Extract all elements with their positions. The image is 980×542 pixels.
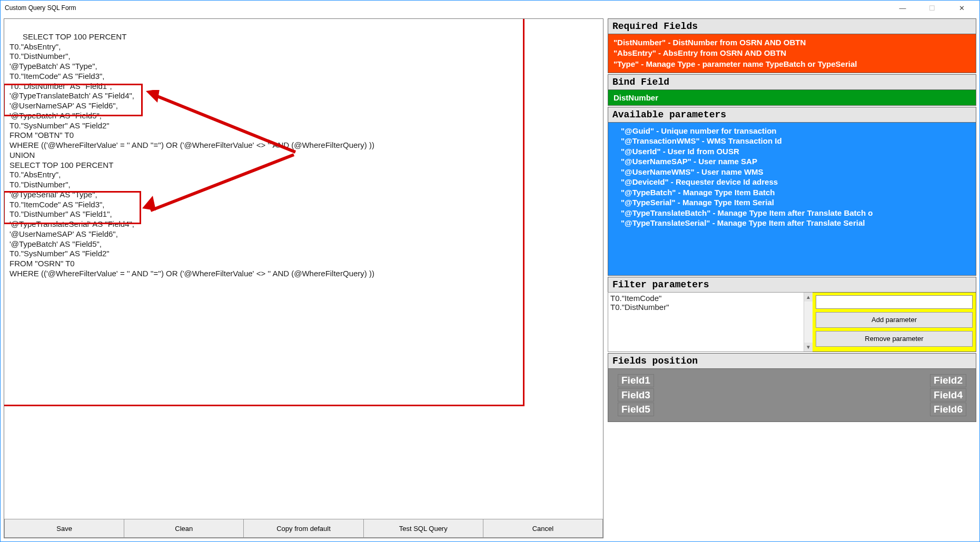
field-position-cell[interactable]: Field3 xyxy=(618,388,654,402)
param-item: "@UserId" - User Id from OUSR xyxy=(621,146,971,157)
new-parameter-input[interactable] xyxy=(816,295,973,309)
add-parameter-button[interactable]: Add parameter xyxy=(816,312,973,328)
copy-from-default-button[interactable]: Copy from default xyxy=(243,519,363,538)
param-item: "@TransactionWMS" - WMS Transaction Id xyxy=(621,136,971,146)
bind-field-header: Bind Field xyxy=(608,75,976,90)
window-titlebar: Custom Query SQL Form — ☐ ✕ xyxy=(1,1,979,15)
required-line: "DistNumber" - DistNumber from OSRN AND … xyxy=(613,37,971,48)
filter-scrollbar[interactable]: ▲ ▼ xyxy=(804,293,813,352)
sql-text: SELECT TOP 100 PERCENT T0."AbsEntry", T0… xyxy=(9,32,374,278)
required-fields-header: Required Fields xyxy=(608,19,976,34)
clean-button[interactable]: Clean xyxy=(124,519,244,538)
param-item: "@UserNameWMS" - User name WMS xyxy=(621,167,971,177)
sql-textarea[interactable]: SELECT TOP 100 PERCENT T0."AbsEntry", T0… xyxy=(4,19,603,519)
param-item: "@TypeBatch" - Manage Type Item Batch xyxy=(621,187,971,198)
fields-position-panel: Fields position Field1 Field3 Field5 Fie… xyxy=(608,353,976,422)
field-position-cell[interactable]: Field1 xyxy=(618,374,654,387)
param-item: "@TypeTranslateSerial" - Manage Type Ite… xyxy=(621,218,971,228)
bind-field-panel: Bind Field DistNumber xyxy=(608,74,976,106)
filter-parameters-header: Filter parameters xyxy=(608,277,976,293)
required-fields-panel: Required Fields "DistNumber" - DistNumbe… xyxy=(608,18,976,73)
available-parameters-panel: Available parameters "@Guid" - Unique nu… xyxy=(608,107,976,276)
test-sql-query-button[interactable]: Test SQL Query xyxy=(363,519,483,538)
save-button[interactable]: Save xyxy=(4,519,124,538)
bind-field-value: DistNumber xyxy=(608,90,976,105)
remove-parameter-button[interactable]: Remove parameter xyxy=(816,331,973,347)
required-line: "AbsEntry" - AbsEntry from OSRN AND OBTN xyxy=(613,48,971,58)
available-parameters-header: Available parameters xyxy=(608,107,976,123)
window-close-icon[interactable]: ✕ xyxy=(952,3,971,13)
editor-button-row: Save Clean Copy from default Test SQL Qu… xyxy=(4,519,603,538)
available-parameters-body: "@Guid" - Unique number for transaction … xyxy=(608,123,976,275)
param-item: "@Guid" - Unique number for transaction xyxy=(621,126,971,136)
window-minimize-icon[interactable]: — xyxy=(893,3,912,13)
sql-editor-panel: SELECT TOP 100 PERCENT T0."AbsEntry", T0… xyxy=(4,18,603,538)
filter-controls: Add parameter Remove parameter xyxy=(813,293,976,352)
required-line: "Type" - Manage Type - parameter name Ty… xyxy=(613,59,971,69)
fields-position-header: Fields position xyxy=(608,354,976,369)
scroll-up-icon[interactable]: ▲ xyxy=(804,293,813,302)
param-item: "@DeviceId" - Requester device Id adress xyxy=(621,177,971,187)
field-position-cell[interactable]: Field5 xyxy=(618,403,654,416)
param-item: "@TypeTranslateBatch" - Manage Type Item… xyxy=(621,208,971,218)
svg-marker-1 xyxy=(146,90,160,103)
param-item: "@UserNameSAP" - User name SAP xyxy=(621,156,971,167)
scroll-down-icon[interactable]: ▼ xyxy=(804,343,813,352)
required-fields-body: "DistNumber" - DistNumber from OSRN AND … xyxy=(608,34,976,73)
filter-parameters-panel: Filter parameters ▲ ▼ Add parameter Remo… xyxy=(608,277,976,352)
svg-marker-3 xyxy=(142,196,156,210)
field-position-cell[interactable]: Field6 xyxy=(930,403,966,416)
window-maximize-icon[interactable]: ☐ xyxy=(923,3,942,13)
svg-line-2 xyxy=(151,155,294,210)
annotation-arrow-bottom xyxy=(141,153,299,216)
window-title: Custom Query SQL Form xyxy=(5,4,76,12)
filter-list-textarea[interactable] xyxy=(608,293,803,352)
field-position-cell[interactable]: Field2 xyxy=(930,374,966,387)
cancel-button[interactable]: Cancel xyxy=(483,519,603,538)
param-item: "@TypeSerial" - Manage Type Item Serial xyxy=(621,197,971,208)
filter-list-box: ▲ ▼ xyxy=(608,292,813,352)
field-position-cell[interactable]: Field4 xyxy=(930,388,966,402)
